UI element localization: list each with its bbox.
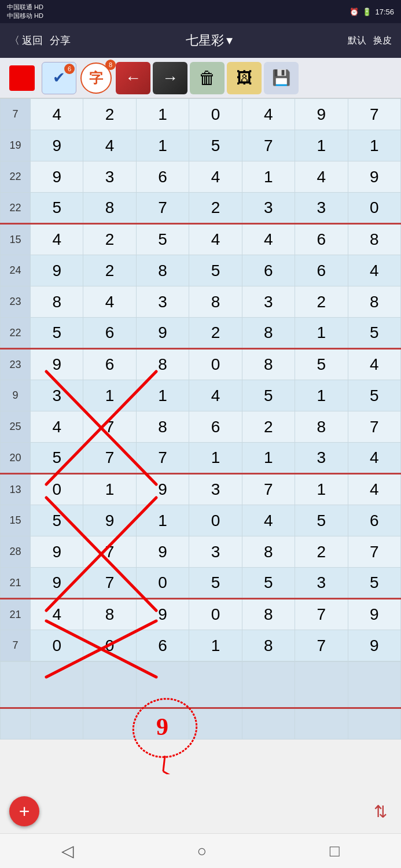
cell-value: 8 (189, 286, 242, 318)
cell-value: 1 (295, 474, 348, 505)
cell-value: 4 (31, 224, 83, 255)
cell-value: 1 (136, 380, 189, 411)
cell-value: 1 (83, 380, 136, 411)
cell-value: 7 (295, 630, 348, 661)
carrier2: 中国移动 HD (7, 12, 43, 20)
dropdown-icon[interactable]: ▾ (226, 33, 233, 48)
cell-value: 7 (83, 411, 136, 443)
cell-value: 5 (242, 380, 295, 411)
cell-value: 7 (136, 443, 189, 474)
cell-value: 0 (348, 193, 400, 224)
undo-button[interactable]: ← (116, 62, 150, 94)
save-icon: 💾 (272, 69, 290, 87)
cell-value: 0 (83, 630, 136, 661)
cell-value: 1 (242, 443, 295, 474)
photos-button[interactable]: 🖼 (227, 62, 262, 94)
check-button[interactable]: ✔ 6 (42, 62, 76, 94)
cell-value: 5 (189, 130, 242, 161)
empty-table (0, 661, 401, 740)
cell-value: 3 (136, 286, 189, 318)
cell-value: 4 (348, 349, 400, 380)
cell-value: 5 (31, 193, 83, 224)
cell-value: 0 (189, 599, 242, 630)
cell-value: 3 (83, 161, 136, 193)
cell-value: 4 (189, 380, 242, 411)
back-label[interactable]: 返回 (22, 34, 43, 47)
undo-icon: ← (125, 69, 141, 87)
nav-recent-button[interactable]: □ (318, 837, 351, 865)
carrier1: 中国联通 HD (7, 3, 43, 12)
table-row: 239680854 (1, 349, 401, 380)
table-row: 93114515 (1, 380, 401, 411)
nav-home-button[interactable]: ○ (186, 837, 219, 865)
table-row: 249285664 (1, 255, 401, 286)
nav-back-button[interactable]: ◁ (50, 837, 86, 865)
nav-home-icon: ○ (197, 842, 207, 860)
char-button[interactable]: 字 8 (79, 62, 113, 94)
sort-button[interactable]: ⇅ (369, 796, 392, 826)
cell-value: 2 (83, 255, 136, 286)
cell-value: 0 (136, 568, 189, 599)
cell-value: 3 (295, 193, 348, 224)
cell-value: 4 (189, 161, 242, 193)
cell-value: 7 (242, 130, 295, 161)
sort-icon: ⇅ (374, 802, 387, 821)
cell-value: 7 (136, 193, 189, 224)
red-square-button[interactable] (5, 62, 39, 94)
cell-value: 7 (83, 443, 136, 474)
row-id: 28 (1, 536, 31, 568)
default-label[interactable]: 默认 (348, 35, 366, 47)
cell-value: 7 (348, 99, 400, 130)
cell-value: 9 (31, 349, 83, 380)
cell-value: 9 (348, 161, 400, 193)
bottom-nav: ◁ ○ □ (0, 833, 401, 868)
cell-value: 7 (348, 536, 400, 568)
table-row: 70061879 (1, 630, 401, 661)
cell-value: 8 (136, 349, 189, 380)
row-id: 20 (1, 443, 31, 474)
trash-button[interactable]: 🗑 (190, 62, 225, 94)
cell-value: 8 (83, 193, 136, 224)
share-label[interactable]: 分享 (50, 34, 71, 47)
cell-value: 1 (295, 318, 348, 349)
table-row: 199415711 (1, 130, 401, 161)
cell-value: 4 (31, 599, 83, 630)
cell-value: 1 (83, 474, 136, 505)
cell-value: 9 (348, 599, 400, 630)
cell-value: 1 (189, 443, 242, 474)
cell-value: 7 (83, 568, 136, 599)
cell-value: 1 (295, 380, 348, 411)
cell-value: 6 (348, 505, 400, 536)
battery-icon: 🔋 (362, 8, 371, 16)
redo-button[interactable]: → (153, 62, 187, 94)
nav-bar: 〈 返回 分享 七星彩 ▾ 默认 换皮 (0, 23, 401, 58)
cell-value: 3 (242, 286, 295, 318)
cell-value: 9 (295, 99, 348, 130)
cell-value: 9 (31, 130, 83, 161)
cell-value: 3 (189, 536, 242, 568)
add-button[interactable]: + (9, 796, 39, 826)
back-icon[interactable]: 〈 (9, 34, 20, 47)
row-id: 22 (1, 161, 31, 193)
cell-value: 1 (136, 130, 189, 161)
nav-left[interactable]: 〈 返回 分享 (9, 34, 71, 47)
table-row-empty2 (1, 708, 401, 740)
cell-value: 7 (295, 599, 348, 630)
cell-value: 9 (31, 568, 83, 599)
row-id: 22 (1, 193, 31, 224)
cell-value: 0 (189, 349, 242, 380)
cell-value: 4 (83, 130, 136, 161)
cell-value: 1 (295, 130, 348, 161)
cell-value: 5 (348, 318, 400, 349)
cell-value: 6 (136, 161, 189, 193)
cell-value: 0 (189, 99, 242, 130)
photos-icon: 🖼 (236, 68, 252, 87)
save-button[interactable]: 💾 (264, 62, 299, 94)
nav-title: 七星彩 ▾ (186, 32, 233, 49)
cell-value: 8 (83, 599, 136, 630)
row-id: 7 (1, 630, 31, 661)
nav-right[interactable]: 默认 换皮 (348, 35, 392, 47)
status-right: ⏰ 🔋 17:56 (350, 8, 394, 16)
cell-value: 1 (189, 630, 242, 661)
skin-label[interactable]: 换皮 (373, 35, 392, 47)
